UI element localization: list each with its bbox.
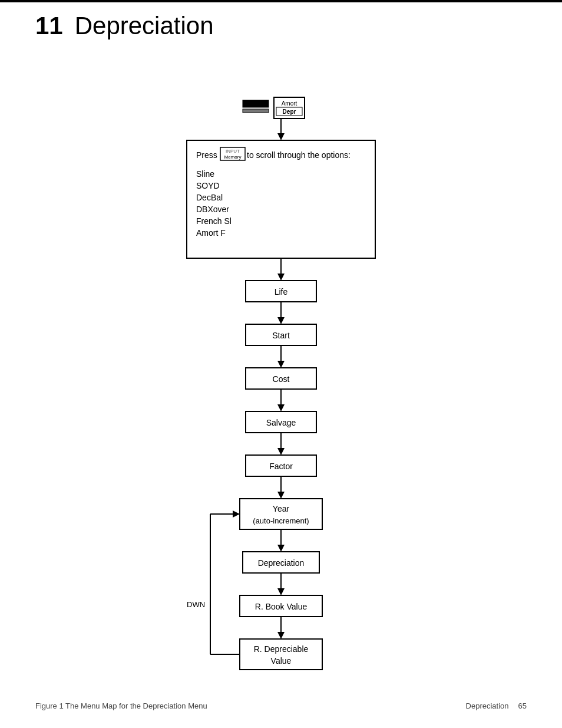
svg-marker-21 — [277, 274, 285, 281]
figure-caption: Figure 1 The Menu Map for the Depreciati… — [35, 701, 207, 710]
diagram-container: Amort Depr Press INPUT Memory to scroll … — [0, 88, 562, 672]
svg-text:INPUT: INPUT — [226, 149, 240, 154]
svg-text:(auto-increment): (auto-increment) — [253, 516, 309, 525]
footer-page-number: 65 — [518, 701, 527, 710]
svg-text:DecBal: DecBal — [196, 193, 223, 202]
svg-text:SOYD: SOYD — [196, 181, 220, 190]
svg-text:Amort: Amort — [282, 100, 297, 107]
svg-marker-33 — [277, 404, 285, 411]
footer-section-label: Depreciation — [466, 701, 509, 710]
svg-text:Press: Press — [196, 150, 217, 160]
svg-text:Start: Start — [272, 331, 290, 340]
chapter-title: Depreciation — [75, 12, 214, 40]
svg-marker-50 — [277, 588, 285, 595]
svg-marker-41 — [277, 492, 285, 499]
svg-text:DBXover: DBXover — [196, 205, 229, 214]
svg-text:R. Book Value: R. Book Value — [255, 602, 308, 611]
svg-marker-61 — [233, 510, 240, 518]
svg-text:Year: Year — [273, 504, 290, 513]
svg-text:Salvage: Salvage — [266, 418, 296, 427]
svg-text:Depr: Depr — [283, 108, 296, 115]
svg-marker-54 — [277, 632, 285, 639]
svg-rect-1 — [243, 109, 269, 113]
svg-text:Amort F: Amort F — [196, 228, 226, 238]
footer: Figure 1 The Menu Map for the Depreciati… — [0, 701, 562, 710]
svg-text:Value: Value — [271, 656, 292, 666]
svg-text:Sline: Sline — [196, 169, 214, 179]
top-border — [0, 0, 562, 2]
svg-text:to scroll through the options:: to scroll through the options: — [247, 150, 351, 160]
svg-text:Life: Life — [275, 287, 288, 297]
svg-text:Memory: Memory — [224, 154, 242, 160]
svg-marker-25 — [277, 317, 285, 324]
flow-diagram: Amort Depr Press INPUT Memory to scroll … — [128, 94, 434, 672]
page-info: Depreciation 65 — [466, 701, 527, 710]
svg-marker-7 — [277, 133, 285, 140]
svg-text:Depreciation: Depreciation — [258, 558, 305, 568]
page-title-area: 11 Depreciation — [35, 12, 214, 40]
svg-marker-46 — [277, 545, 285, 552]
svg-marker-29 — [277, 361, 285, 368]
svg-text:R. Depreciable: R. Depreciable — [254, 644, 309, 654]
svg-text:Cost: Cost — [273, 374, 290, 384]
svg-text:French Sl: French Sl — [196, 216, 232, 226]
svg-rect-0 — [243, 100, 269, 107]
svg-text:Factor: Factor — [269, 462, 293, 471]
chapter-number: 11 — [35, 12, 63, 40]
svg-marker-37 — [277, 448, 285, 455]
svg-text:DWN: DWN — [187, 600, 205, 609]
